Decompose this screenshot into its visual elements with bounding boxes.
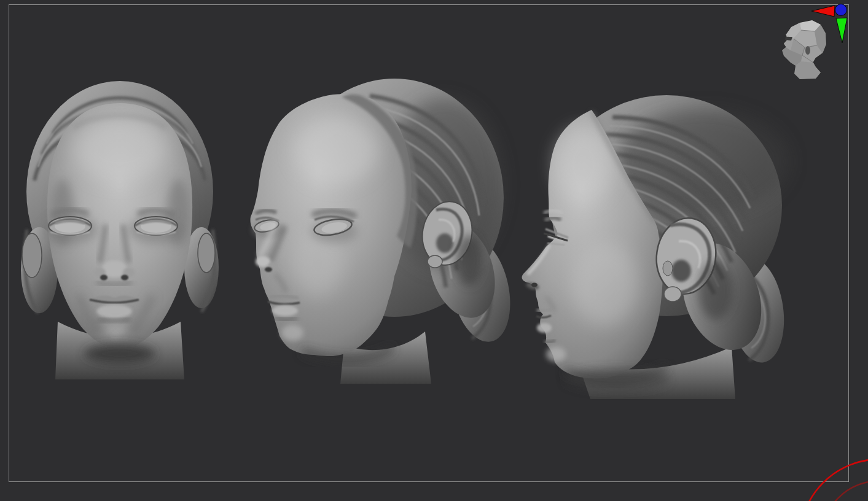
z-axis-dot-icon[interactable] [835,4,847,16]
brush-cursor-outer-ring [800,459,868,501]
y-axis-arrow-icon[interactable] [836,18,847,43]
sculpt-head-front[interactable] [21,81,219,379]
eye-right [135,217,178,235]
sculpt-head-three-quarter[interactable] [250,79,518,384]
eye-left [49,217,92,235]
face-front-view [42,103,192,349]
camera-orientation-head-icon[interactable] [782,20,826,79]
behind-ear-shadow [456,235,483,286]
under-jaw-shadow [565,369,670,390]
scene-canvas[interactable] [0,0,868,501]
brush-cursor-inner-ring [821,481,868,501]
app-window: { "app": { "name": "3D sculpting viewpor… [0,0,868,501]
sculpt-head-profile[interactable] [522,95,791,399]
x-axis-arrow-icon[interactable] [811,6,835,17]
icon-eye-notch [785,37,792,41]
face-three-quarter [250,94,417,359]
sculpt-viewport[interactable] [0,0,868,501]
brush-cursor [800,459,868,501]
behind-ear-shadow [698,261,733,320]
under-chin-shadow [84,344,155,363]
